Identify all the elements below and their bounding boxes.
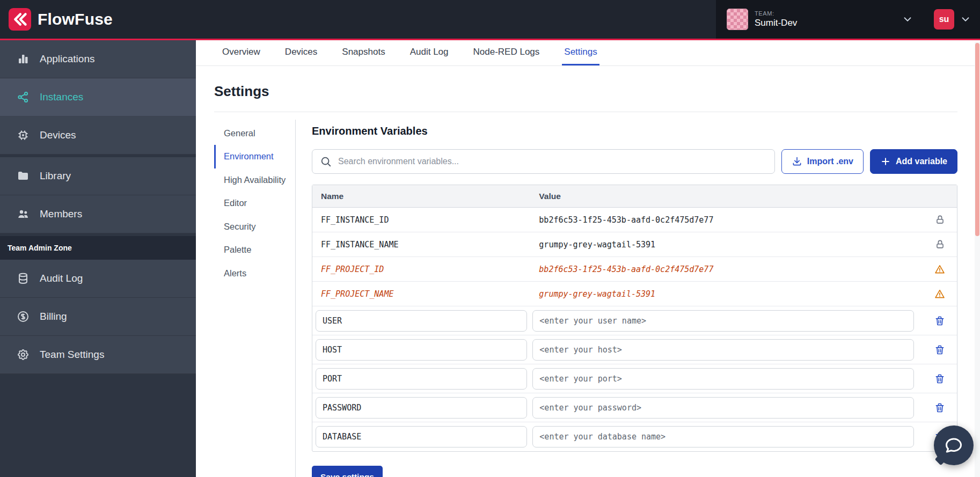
team-avatar	[727, 9, 748, 30]
plus-icon	[880, 156, 891, 167]
sidebar-item-label: Audit Log	[40, 273, 83, 284]
scrollbar-thumb[interactable]	[975, 43, 979, 236]
table-row: FF_PROJECT_ID bb2f6c53-1f25-453b-aafd-0c…	[312, 257, 957, 282]
env-name-input[interactable]	[316, 397, 527, 419]
chat-icon	[944, 436, 963, 455]
table-row	[312, 422, 957, 451]
gear-icon	[16, 348, 30, 362]
add-variable-button[interactable]: Add variable	[870, 149, 957, 174]
env-var-value: bb2f6c53-1f25-453b-aafd-0c2f475d7e77	[531, 215, 923, 225]
settings-page: Settings General Environment High Availa…	[196, 66, 980, 477]
billing-icon	[16, 310, 30, 324]
team-switcher[interactable]: TEAM: Sumit-Dev su	[716, 0, 980, 39]
section-heading: Environment Variables	[312, 125, 957, 137]
sidebar-item-members[interactable]: Members	[0, 195, 196, 233]
page-title: Settings	[214, 83, 957, 112]
delete-icon[interactable]	[934, 344, 945, 355]
brand-name: FlowFuse	[38, 10, 113, 28]
env-name-input[interactable]	[316, 310, 527, 332]
table-row: FF_PROJECT_NAME grumpy-grey-wagtail-5391	[312, 282, 957, 306]
delete-icon[interactable]	[934, 373, 945, 384]
column-header-name: Name	[312, 192, 531, 201]
import-env-button[interactable]: Import .env	[781, 149, 864, 174]
tab-audit-log[interactable]: Audit Log	[408, 40, 451, 65]
sidebar-item-label: Team Settings	[40, 349, 104, 361]
devices-icon	[16, 128, 30, 142]
table-row: FF_INSTANCE_NAME grumpy-grey-wagtail-539…	[312, 232, 957, 257]
sidebar-item-library[interactable]: Library	[0, 157, 196, 195]
chevron-down-icon[interactable]	[960, 13, 971, 25]
env-var-value: grumpy-grey-wagtail-5391	[531, 240, 923, 249]
sidebar-item-instances[interactable]: Instances	[0, 78, 196, 116]
team-info: TEAM: Sumit-Dev	[755, 10, 797, 29]
applications-icon	[16, 52, 30, 66]
chevron-down-icon[interactable]	[902, 13, 913, 25]
table-header: Name Value	[312, 185, 957, 208]
env-var-name: FF_PROJECT_NAME	[312, 289, 531, 299]
sidebar-item-applications[interactable]: Applications	[0, 40, 196, 78]
tab-settings[interactable]: Settings	[562, 40, 599, 65]
env-var-value: bb2f6c53-1f25-453b-aafd-0c2f475d7e77	[531, 265, 923, 274]
delete-icon[interactable]	[934, 402, 945, 413]
team-name: Sumit-Dev	[755, 17, 797, 28]
sidebar: Applications Instances Devices Library	[0, 40, 196, 477]
import-icon	[792, 156, 802, 167]
subnav-item-alerts[interactable]: Alerts	[214, 262, 295, 285]
import-env-label: Import .env	[807, 157, 853, 166]
team-label: TEAM:	[755, 10, 797, 18]
tab-node-red-logs[interactable]: Node-RED Logs	[471, 40, 542, 65]
env-value-input[interactable]	[532, 426, 914, 447]
env-variables-table: Name Value FF_INSTANCE_ID bb2f6c53-1f25-…	[312, 185, 957, 452]
warning-icon	[934, 289, 945, 299]
env-value-input[interactable]	[532, 368, 914, 390]
sidebar-item-label: Billing	[40, 311, 67, 322]
search-input[interactable]	[337, 156, 767, 167]
user-avatar[interactable]: su	[934, 9, 954, 30]
table-row: FF_INSTANCE_ID bb2f6c53-1f25-453b-aafd-0…	[312, 208, 957, 232]
tab-snapshots[interactable]: Snapshots	[340, 40, 387, 65]
settings-subnav: General Environment High Availability Ed…	[214, 120, 296, 477]
add-variable-label: Add variable	[896, 157, 947, 166]
env-name-input[interactable]	[316, 368, 527, 390]
table-row	[312, 364, 957, 393]
sidebar-item-label: Applications	[40, 53, 94, 65]
column-header-value: Value	[531, 192, 923, 201]
subnav-item-editor[interactable]: Editor	[214, 192, 295, 215]
env-toolbar: Import .env Add variable	[312, 149, 957, 174]
subnav-item-general[interactable]: General	[214, 122, 295, 145]
sidebar-item-label: Devices	[40, 129, 76, 141]
main-area: Overview Devices Snapshots Audit Log Nod…	[196, 40, 980, 477]
search-box	[312, 149, 775, 174]
subnav-item-high-availability[interactable]: High Availability	[214, 168, 295, 192]
instance-tabs: Overview Devices Snapshots Audit Log Nod…	[196, 40, 980, 66]
subnav-item-palette[interactable]: Palette	[214, 238, 295, 261]
user-menu[interactable]: su	[934, 9, 971, 30]
sidebar-item-devices[interactable]: Devices	[0, 116, 196, 155]
chat-widget-button[interactable]	[934, 425, 974, 465]
env-value-input[interactable]	[532, 310, 914, 332]
sidebar-item-team-settings[interactable]: Team Settings	[0, 336, 196, 374]
lock-icon	[935, 215, 945, 225]
env-name-input[interactable]	[316, 426, 527, 447]
tab-devices[interactable]: Devices	[283, 40, 319, 65]
sidebar-item-billing[interactable]: Billing	[0, 298, 196, 336]
env-value-input[interactable]	[532, 339, 914, 361]
save-settings-button[interactable]: Save settings	[312, 466, 383, 477]
search-icon	[320, 156, 332, 167]
delete-icon[interactable]	[934, 315, 945, 326]
members-icon	[16, 207, 30, 221]
sidebar-item-audit-log[interactable]: Audit Log	[0, 260, 196, 298]
subnav-item-environment[interactable]: Environment	[214, 145, 295, 168]
tab-overview[interactable]: Overview	[220, 40, 262, 65]
sidebar-item-label: Instances	[40, 91, 83, 103]
page-scrollbar[interactable]	[975, 42, 980, 477]
flowfuse-logo-icon	[9, 8, 31, 31]
flowfuse-logo[interactable]: FlowFuse	[9, 8, 113, 31]
table-row	[312, 335, 957, 364]
env-value-input[interactable]	[532, 397, 914, 419]
subnav-item-security[interactable]: Security	[214, 215, 295, 238]
table-row	[312, 306, 957, 335]
env-var-name: FF_INSTANCE_NAME	[312, 240, 531, 249]
app-header: FlowFuse TEAM: Sumit-Dev su	[0, 0, 980, 40]
env-name-input[interactable]	[316, 339, 527, 361]
